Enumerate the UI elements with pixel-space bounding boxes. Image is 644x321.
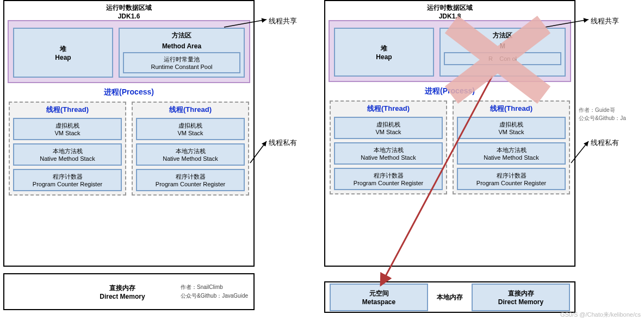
native-stack-box: 本地方法栈Native Method Stack (334, 142, 443, 165)
method-en: M (500, 42, 505, 50)
thread-label: 线程(Thread) (13, 105, 122, 115)
heap-en: Heap (55, 54, 71, 61)
watermark-text: GS0/S @/Chato来/kelibone/cs (560, 311, 641, 319)
heap-box: 堆 Heap (13, 28, 113, 78)
thread-box: 线程(Thread) 虚拟机栈VM Stack 本地方法栈Native Meth… (330, 100, 447, 194)
right-credits: 作者：Guide哥 公众号&Github：Ja (579, 106, 626, 122)
shared-label-right: 线程共享 (591, 16, 619, 26)
pcr-box: 程序计数器Program Counter Register (457, 168, 566, 190)
pcr-box: 程序计数器Program Counter Register (13, 169, 122, 191)
local-mem-label: 本地内存 (432, 293, 467, 302)
thread-label: 线程(Thread) (334, 104, 443, 114)
heap-en: Heap (376, 53, 392, 61)
private-label-right: 线程私有 (591, 138, 619, 148)
direct-memory-panel: 直接内存 Direct Memory 作者：SnailClimb 公众号&Git… (3, 273, 255, 310)
method-cn: 方法区 (172, 31, 191, 40)
thread-box: 线程(Thread) 虚拟机栈VM Stack 本地方法栈Native Meth… (453, 100, 570, 194)
constant-pool-box: 运行时常量池 Runtime Constant Pool (123, 52, 240, 73)
thread-box: 线程(Thread) 虚拟机栈VM Stack 本地方法栈Native Meth… (132, 102, 249, 196)
shared-area: 堆 Heap 方法区 Method Area 运行时常量池 Runtime Co… (8, 20, 250, 83)
direct-memory-box: 直接内存 Direct Memory (472, 284, 570, 311)
vmstack-box: 虚拟机栈VM Stack (136, 118, 245, 140)
shared-label-left: 线程共享 (269, 16, 297, 26)
method-area-box: 方法区 M R Con ol (439, 28, 566, 77)
method-area-box: 方法区 Method Area 运行时常量池 Runtime Constant … (119, 28, 245, 78)
runtime-title-cn: 运行时数据区域 (8, 3, 250, 12)
heap-cn: 堆 (381, 44, 387, 53)
jdk-version: JDK1.6 (8, 12, 250, 20)
vmstack-box: 虚拟机栈VM Stack (334, 117, 443, 139)
jdk18-runtime-panel: 运行时数据区域 JDK1.8 堆 Heap 方法区 M R Con ol 进程(… (324, 0, 575, 267)
heap-box: 堆 Heap (334, 28, 434, 77)
pcr-box: 程序计数器Program Counter Register (334, 168, 443, 190)
threads-row: 线程(Thread) 虚拟机栈VM Stack 本地方法栈Native Meth… (329, 99, 571, 196)
native-stack-box: 本地方法栈Native Method Stack (13, 143, 122, 166)
thread-label: 线程(Thread) (136, 105, 245, 115)
constpool-en: Runtime Constant Pool (125, 64, 238, 70)
jdk16-runtime-panel: 运行时数据区域 JDK1.6 堆 Heap 方法区 Method Area 运行… (3, 0, 255, 267)
jdk-version: JDK1.8 (329, 12, 571, 20)
native-stack-box: 本地方法栈Native Method Stack (457, 142, 566, 165)
process-label: 进程(Process) (8, 87, 250, 97)
method-cn: 方法区 (493, 31, 512, 40)
constpool-cn: R (488, 55, 493, 62)
metaspace-box: 元空间 Metaspace (330, 284, 428, 311)
shared-area: 堆 Heap 方法区 M R Con ol (329, 20, 571, 82)
left-credits: 作者：SnailClimb 公众号&Github：JavaGuide (181, 283, 248, 300)
constant-pool-box: R Con ol (444, 52, 561, 65)
constpool-en: Con ol (499, 55, 517, 62)
vmstack-box: 虚拟机栈VM Stack (457, 117, 566, 139)
runtime-title: 运行时数据区域 JDK1.8 (329, 3, 571, 20)
process-label: 进程(Process) (329, 86, 571, 96)
pcr-box: 程序计数器Program Counter Register (136, 169, 245, 191)
direct-mem-en: Direct Memory (100, 293, 145, 300)
thread-label: 线程(Thread) (457, 104, 566, 114)
native-stack-box: 本地方法栈Native Method Stack (136, 143, 245, 166)
private-label-left: 线程私有 (269, 138, 297, 148)
runtime-title-cn: 运行时数据区域 (329, 3, 571, 12)
direct-mem-cn: 直接内存 (100, 284, 145, 293)
vmstack-box: 虚拟机栈VM Stack (13, 118, 122, 140)
method-en: Method Area (162, 42, 201, 50)
local-memory-panel: 元空间 Metaspace 本地内存 直接内存 Direct Memory (324, 281, 575, 313)
threads-row: 线程(Thread) 虚拟机栈VM Stack 本地方法栈Native Meth… (8, 100, 250, 197)
runtime-title: 运行时数据区域 JDK1.6 (8, 3, 250, 20)
constpool-cn: 运行时常量池 (125, 55, 238, 64)
thread-box: 线程(Thread) 虚拟机栈VM Stack 本地方法栈Native Meth… (9, 102, 126, 196)
heap-cn: 堆 (60, 45, 66, 54)
